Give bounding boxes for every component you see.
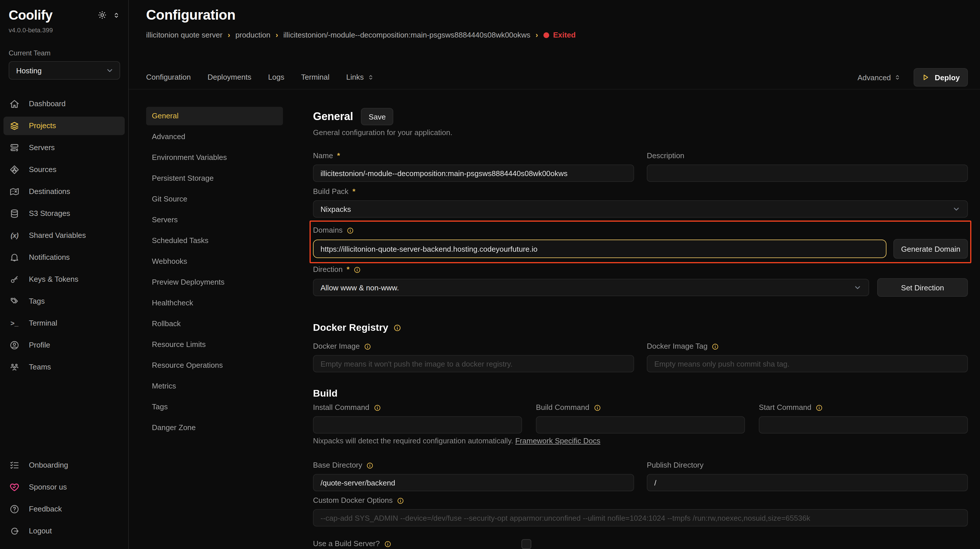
domains-input[interactable]	[313, 240, 887, 258]
app-logo: Coolify	[9, 7, 52, 23]
build-pack-select[interactable]: Nixpacks	[313, 200, 968, 217]
theme-selector-icon[interactable]	[113, 11, 120, 19]
sidebar-item-label: Keys & Tokens	[29, 274, 78, 285]
breadcrumb-project[interactable]: illicitonion quote server	[146, 30, 222, 40]
current-team-label: Current Team	[0, 49, 128, 58]
sidebar-item-dashboard[interactable]: Dashboard	[3, 95, 125, 113]
subnav-resource-limits[interactable]: Resource Limits	[146, 335, 283, 354]
team-select[interactable]: Hosting	[9, 61, 120, 80]
install-command-input[interactable]	[313, 416, 522, 433]
subnav-webhooks[interactable]: Webhooks	[146, 252, 283, 271]
sidebar-footer-nav: Onboarding Sponsor us Feedback Logout	[0, 456, 128, 544]
sidebar-item-s3-storages[interactable]: S3 Storages	[3, 205, 125, 223]
sidebar-item-sources[interactable]: Sources	[3, 160, 125, 179]
subnav-environment-variables[interactable]: Environment Variables	[146, 148, 283, 167]
subnav-danger-zone[interactable]: Danger Zone	[146, 419, 283, 437]
deploy-button[interactable]: Deploy	[913, 68, 968, 87]
use-build-server-checkbox[interactable]	[522, 539, 531, 549]
domains-highlight-box: Domains Generate Domain	[310, 221, 971, 263]
info-icon	[397, 497, 404, 504]
description-label: Description	[647, 151, 968, 161]
sidebar-item-shared-variables[interactable]: (x) Shared Variables	[3, 226, 125, 245]
subnav-general[interactable]: General	[146, 107, 283, 125]
subnav-healthcheck[interactable]: Healthcheck	[146, 294, 283, 312]
sidebar-item-servers[interactable]: Servers	[3, 138, 125, 157]
base-directory-input[interactable]	[313, 474, 634, 491]
publish-directory-label: Publish Directory	[647, 460, 968, 470]
sidebar-item-label: Shared Variables	[29, 230, 86, 241]
terminal-icon: >_	[9, 318, 20, 328]
sidebar-item-keys-tokens[interactable]: Keys & Tokens	[3, 270, 125, 289]
direction-select[interactable]: Allow www & non-www.	[313, 279, 869, 296]
config-subnav: General Advanced Environment Variables P…	[146, 107, 283, 549]
tags-icon	[9, 296, 20, 306]
custom-docker-options-input[interactable]	[313, 509, 968, 527]
start-command-input[interactable]	[759, 416, 968, 433]
name-input[interactable]	[313, 165, 634, 182]
direction-value: Allow www & non-www.	[320, 283, 399, 292]
breadcrumb-environment[interactable]: production	[235, 30, 270, 40]
build-command-input[interactable]	[536, 416, 745, 433]
subnav-preview-deployments[interactable]: Preview Deployments	[146, 273, 283, 292]
tab-configuration[interactable]: Configuration	[146, 72, 191, 83]
info-icon	[815, 404, 823, 411]
subnav-servers[interactable]: Servers	[146, 211, 283, 229]
sidebar-item-profile[interactable]: Profile	[3, 336, 125, 354]
set-direction-button[interactable]: Set Direction	[877, 278, 968, 297]
docker-image-tag-input[interactable]	[647, 355, 968, 372]
save-button[interactable]: Save	[361, 108, 393, 125]
publish-directory-input[interactable]	[647, 474, 968, 491]
bell-icon	[9, 252, 20, 263]
tab-deployments[interactable]: Deployments	[208, 72, 251, 83]
sidebar-item-feedback[interactable]: Feedback	[3, 500, 125, 519]
users-icon	[9, 362, 20, 372]
subnav-tags[interactable]: Tags	[146, 398, 283, 416]
map-icon	[9, 186, 20, 197]
selector-icon	[367, 74, 374, 81]
generate-domain-button[interactable]: Generate Domain	[894, 239, 968, 259]
sidebar-item-teams[interactable]: Teams	[3, 358, 125, 376]
breadcrumb-application[interactable]: illicitestonion/-module--decomposition:m…	[283, 30, 530, 40]
subnav-persistent-storage[interactable]: Persistent Storage	[146, 169, 283, 187]
subnav-rollback[interactable]: Rollback	[146, 315, 283, 333]
sidebar-item-label: Sources	[29, 164, 56, 176]
subnav-metrics[interactable]: Metrics	[146, 377, 283, 395]
sidebar-item-logout[interactable]: Logout	[3, 522, 125, 540]
main-area: Configuration illicitonion quote server …	[129, 0, 980, 549]
base-directory-label: Base Directory	[313, 460, 634, 470]
sidebar-item-notifications[interactable]: Notifications	[3, 248, 125, 267]
docker-image-input[interactable]	[313, 355, 634, 372]
required-asterisk: *	[337, 151, 340, 161]
docker-image-tag-label: Docker Image Tag	[647, 341, 968, 352]
sidebar-item-onboarding[interactable]: Onboarding	[3, 456, 125, 474]
sidebar-item-sponsor-us[interactable]: Sponsor us	[3, 478, 125, 497]
framework-docs-link[interactable]: Framework Specific Docs	[515, 436, 600, 445]
sidebar-item-terminal[interactable]: >_ Terminal	[3, 314, 125, 333]
general-form: General Save General configuration for y…	[313, 107, 968, 549]
theme-sun-icon[interactable]	[98, 10, 107, 20]
chevron-down-icon	[106, 67, 114, 75]
tab-terminal[interactable]: Terminal	[301, 72, 329, 83]
breadcrumb-separator: ›	[536, 30, 538, 40]
info-icon	[712, 343, 719, 350]
sidebar-item-destinations[interactable]: Destinations	[3, 182, 125, 201]
subnav-resource-operations[interactable]: Resource Operations	[146, 356, 283, 374]
subnav-scheduled-tasks[interactable]: Scheduled Tasks	[146, 232, 283, 250]
key-icon	[9, 274, 20, 285]
subnav-git-source[interactable]: Git Source	[146, 190, 283, 208]
subnav-advanced[interactable]: Advanced	[146, 128, 283, 146]
domains-label: Domains	[313, 225, 968, 236]
description-input[interactable]	[647, 165, 968, 182]
section-subtitle: General configuration for your applicati…	[313, 128, 968, 138]
chevron-down-icon	[952, 205, 960, 213]
tab-links[interactable]: Links	[346, 72, 374, 83]
heart-icon	[9, 482, 20, 492]
sidebar-item-tags[interactable]: Tags	[3, 292, 125, 311]
breadcrumb: illicitonion quote server › production ›…	[146, 30, 968, 40]
play-icon	[921, 73, 929, 81]
info-icon	[373, 404, 381, 411]
sidebar-item-projects[interactable]: Projects	[3, 117, 125, 135]
tabs-bar: Configuration Deployments Logs Terminal …	[129, 66, 980, 89]
advanced-dropdown[interactable]: Advanced	[858, 73, 901, 82]
tab-logs[interactable]: Logs	[268, 72, 284, 83]
